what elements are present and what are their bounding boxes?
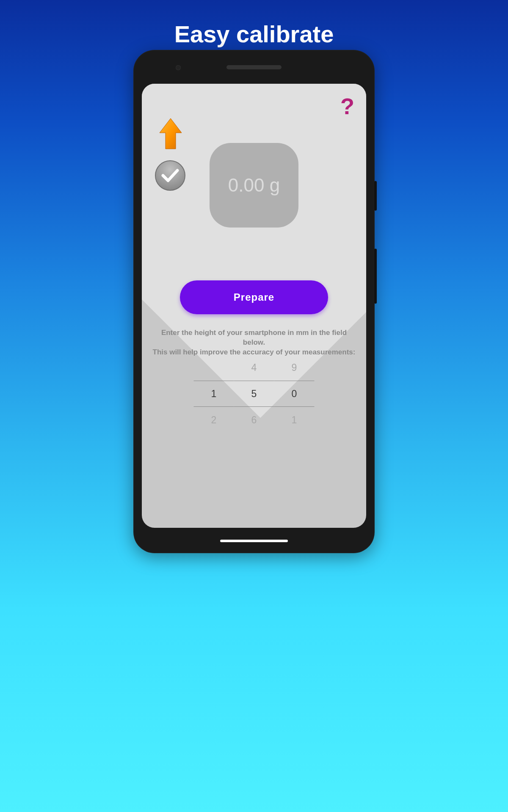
phone-speaker [226, 65, 282, 69]
phone-camera [176, 65, 181, 70]
picker-col-1[interactable]: 1 2 [194, 354, 234, 433]
picker-cell-below: 6 [234, 407, 274, 433]
height-picker[interactable]: 1 2 4 5 6 9 0 1 [194, 354, 315, 433]
page-title: Easy calibrate [0, 0, 508, 48]
weight-value: 0.00 g [228, 175, 280, 196]
svg-point-0 [155, 161, 185, 190]
phone-screen: ? [142, 84, 366, 528]
arrow-up-icon [158, 118, 183, 153]
help-icon[interactable]: ? [340, 93, 354, 119]
picker-cell-below: 2 [194, 407, 234, 433]
picker-col-2[interactable]: 4 5 6 [234, 354, 274, 433]
phone-mockup-frame: ? [133, 50, 375, 553]
phone-volume-button [374, 249, 377, 304]
confirm-button[interactable] [155, 160, 186, 191]
picker-cell-selected: 0 [274, 381, 315, 407]
picker-cell-above: 9 [274, 354, 315, 381]
picker-cell-selected: 5 [234, 381, 274, 407]
phone-nav-indicator [220, 540, 288, 542]
picker-cell-above: 4 [234, 354, 274, 381]
weight-display-pad: 0.00 g [210, 143, 298, 228]
phone-power-button [374, 181, 377, 211]
picker-cell-above [194, 354, 234, 381]
picker-cell-selected: 1 [194, 381, 234, 407]
instructions-line-1: Enter the height of your smartphone in m… [161, 329, 347, 346]
picker-cell-below: 1 [274, 407, 315, 433]
prepare-button[interactable]: Prepare [180, 280, 328, 314]
picker-col-3[interactable]: 9 0 1 [274, 354, 315, 433]
instructions-text: Enter the height of your smartphone in m… [142, 328, 366, 357]
